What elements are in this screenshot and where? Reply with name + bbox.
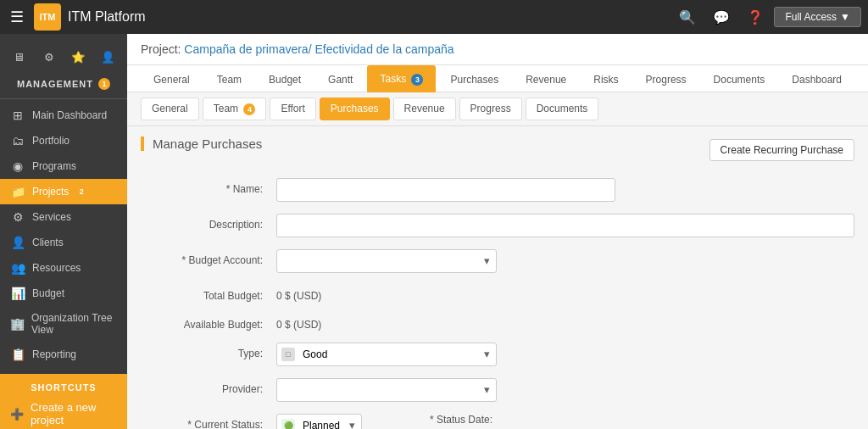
help-icon[interactable]: ❓ [740,4,771,31]
tasks-badge: 3 [411,74,423,86]
menu-icon[interactable]: ☰ [0,8,34,26]
management-section: 🖥 ⚙ ⭐ 👤 MANAGEMENT 1 ⊞ Main Dashboard 🗂 … [0,34,127,374]
sidebar-icon-gear[interactable]: ⚙ [36,44,61,70]
tab-documents[interactable]: Documents [701,66,778,92]
tab-budget[interactable]: Budget [256,66,314,92]
portfolio-icon: 🗂 [10,134,25,148]
tab-gantt[interactable]: Gantt [315,66,365,92]
provider-select-wrapper [276,378,497,402]
sidebar-icon-monitor[interactable]: 🖥 [7,44,31,70]
subtab-progress[interactable]: Progress [459,98,522,120]
sidebar-item-org-tree-label: Organization Tree View [31,312,117,336]
tab-general[interactable]: General [141,66,203,92]
main-content: Project: Campaña de primavera/ Efectivid… [127,34,868,429]
org-tree-icon: 🏢 [10,317,25,331]
type-select-wrapper: □ Good [276,343,497,366]
status-row: * Current Status: 🟢 Planned * Status Dat… [141,414,854,429]
sidebar-item-reporting[interactable]: 📋 Reporting [0,342,127,367]
budget-account-select-wrapper [276,249,497,273]
topbar-right: 🔍 💬 ❓ Full Access ▼ [672,4,868,31]
create-recurring-purchase-button[interactable]: Create Recurring Purchase [709,139,854,161]
provider-select[interactable] [276,378,497,402]
subtab-revenue[interactable]: Revenue [393,98,456,120]
create-new-project-item[interactable]: ➕ Create a new project [0,396,127,429]
type-select[interactable]: Good [276,343,497,366]
tab-tasks[interactable]: Tasks 3 [367,65,436,92]
tab-progress[interactable]: Progress [633,66,699,92]
team-badge: 4 [243,103,255,115]
type-row: Type: □ Good [141,343,854,366]
full-access-button[interactable]: Full Access ▼ [774,7,861,27]
search-icon[interactable]: 🔍 [672,4,703,31]
provider-row: Provider: [141,378,854,402]
services-icon: ⚙ [10,210,25,224]
section-title: Manage Purchases [141,136,262,151]
sidebar-item-org-tree[interactable]: 🏢 Organization Tree View [0,306,127,342]
name-label: * Name: [141,178,276,195]
shortcuts-section: SHORTCUTS ➕ Create a new project [0,374,127,429]
sidebar-item-clients-label: Clients [32,237,64,248]
sidebar-item-services[interactable]: ⚙ Services [0,204,127,230]
management-badge: 1 [98,78,110,90]
tab-revenue[interactable]: Revenue [513,66,579,92]
status-date-section: * Status Date: 📅 view status history [430,414,551,429]
subtab-documents[interactable]: Documents [526,98,599,120]
tab-risks[interactable]: Risks [581,66,631,92]
sidebar-icon-star[interactable]: ⭐ [66,44,91,70]
chat-icon[interactable]: 💬 [706,4,737,31]
description-input[interactable] [276,214,854,237]
subtab-purchases[interactable]: Purchases [320,98,390,120]
monitor-icon: ⊞ [10,109,25,122]
resources-icon: 👥 [10,261,25,275]
sidebar-item-main-dashboard[interactable]: ⊞ Main Dashboard [0,103,127,128]
total-budget-label: Total Budget: [141,285,276,302]
management-header: MANAGEMENT 1 [0,73,127,95]
tab-team[interactable]: Team [204,66,254,92]
tab-dashboard[interactable]: Dashboard [779,66,854,92]
budget-icon: 📊 [10,287,25,300]
current-status-label: * Current Status: [141,414,276,429]
sidebar-item-reporting-label: Reporting [32,348,76,360]
project-header: Project: Campaña de primavera/ Efectivid… [127,34,868,65]
subtab-effort[interactable]: Effort [270,98,315,120]
sidebar-icon-user[interactable]: 👤 [96,44,120,70]
create-project-label: Create a new project [31,401,117,426]
sidebar-item-resources[interactable]: 👥 Resources [0,255,127,281]
project-name: Campaña de primavera/ Efectividad de la … [184,42,453,56]
sidebar-icons-row: 🖥 ⚙ ⭐ 👤 [0,41,127,73]
app-title: ITM Platform [68,9,146,25]
sidebar-item-programs-label: Programs [32,160,76,172]
tab-purchases[interactable]: Purchases [437,66,511,92]
projects-badge: 2 [75,186,87,198]
type-icon: □ [281,348,295,361]
total-budget-value: 0 $ (USD) [276,285,321,302]
sidebar-item-main-dashboard-label: Main Dashboard [32,109,107,121]
project-title: Project: Campaña de primavera/ Efectivid… [141,42,454,56]
sidebar-item-projects[interactable]: 📁 Projects 2 [0,179,127,204]
projects-icon: 📁 [10,185,25,198]
logo-text: ITM [40,12,56,22]
sidebar-item-portfolio-label: Portfolio [32,135,70,147]
sidebar-item-programs[interactable]: ◉ Programs [0,153,127,179]
sidebar-item-resources-label: Resources [32,262,81,274]
available-budget-label: Available Budget: [141,314,276,331]
available-budget-value: 0 $ (USD) [276,314,321,331]
topbar: ☰ ITM ITM Platform 🔍 💬 ❓ Full Access ▼ [0,0,868,34]
name-input[interactable] [276,178,615,202]
sidebar-item-clients[interactable]: 👤 Clients [0,230,127,255]
status-icon: 🟢 [281,419,295,429]
project-label: Project: [141,42,181,56]
sub-tabs: General Team 4 Effort Purchases Revenue … [127,92,868,126]
description-row: Description: [141,214,854,237]
available-budget-row: Available Budget: 0 $ (USD) [141,314,854,331]
form-area: Manage Purchases Create Recurring Purcha… [127,126,868,429]
status-date-label: * Status Date: [430,414,492,426]
subtab-general[interactable]: General [141,98,199,120]
sidebar-item-projects-label: Projects [32,186,69,198]
total-budget-row: Total Budget: 0 $ (USD) [141,285,854,302]
sidebar-item-portfolio[interactable]: 🗂 Portfolio [0,128,127,153]
budget-account-select[interactable] [276,249,497,273]
subtab-team[interactable]: Team 4 [203,98,267,120]
clients-icon: 👤 [10,236,25,249]
sidebar-item-budget[interactable]: 📊 Budget [0,281,127,306]
